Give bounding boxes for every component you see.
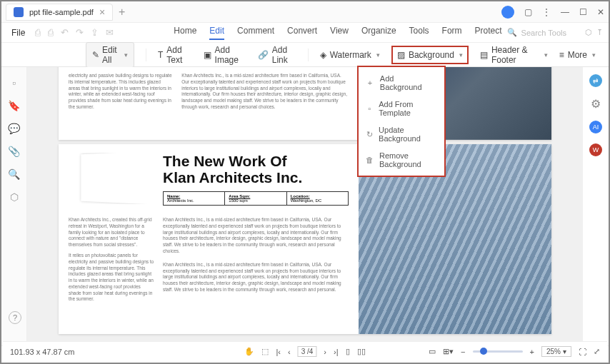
tab-organize[interactable]: Organize — [361, 26, 396, 40]
tab-home[interactable]: Home — [174, 26, 196, 40]
tab-form[interactable]: Form — [442, 26, 462, 40]
pencil-icon: ✎ — [92, 50, 99, 60]
first-page-icon[interactable]: |‹ — [276, 348, 281, 356]
share-icon[interactable]: ⇪ — [91, 27, 99, 38]
thumbnails-icon[interactable]: ▫ — [12, 77, 16, 89]
tab-tools[interactable]: Tools — [409, 26, 429, 40]
menu-icon[interactable]: ⋮ — [542, 7, 551, 17]
add-text-button[interactable]: T Add Text — [158, 45, 192, 65]
tab-convert[interactable]: Convert — [287, 26, 317, 40]
minimize-icon[interactable]: — — [561, 7, 569, 17]
menubar: File ⎙ ⎙ ↶ ↷ ⇪ ✉ Home Edit Comment Conve… — [1, 23, 609, 43]
document-canvas[interactable]: electricity and passive building designs… — [27, 67, 583, 345]
search-panel-icon[interactable]: 🔍 — [8, 168, 20, 180]
read-mode-icon[interactable]: ▭ — [429, 347, 436, 356]
fit-width-icon[interactable]: ⛶ — [579, 348, 586, 356]
update-background-item[interactable]: ↻ Update Background — [359, 121, 444, 147]
undo-icon[interactable]: ↶ — [61, 27, 69, 38]
header-footer-button[interactable]: ▤ Header & Footer ▾ — [480, 45, 548, 65]
app-icon — [14, 7, 24, 17]
fit-page-icon[interactable]: ⊞▾ — [443, 347, 454, 356]
plus-icon: + — [366, 79, 374, 87]
file-menu[interactable]: File — [7, 28, 29, 38]
prev-page-icon[interactable]: ‹ — [288, 348, 291, 356]
last-page-icon[interactable]: ›| — [334, 348, 339, 356]
add-link-button[interactable]: 🔗 Add Link — [258, 45, 296, 65]
document-tab[interactable]: ppt file-sample.pdf × — [6, 4, 113, 21]
fullscreen-icon[interactable]: ⤢ — [594, 347, 600, 356]
text-block: Khan Architects Inc., created this off-g… — [69, 217, 154, 248]
edit-ribbon: ✎ Edit All ▾ T Add Text ▣ Add Image 🔗 Ad… — [1, 43, 609, 67]
chevron-down-icon: ▾ — [592, 51, 596, 59]
image-icon: ▣ — [204, 50, 211, 60]
text-block: It relies on photovoltaic panels for ele… — [69, 253, 154, 303]
more-button[interactable]: ≡ More ▾ — [559, 50, 596, 60]
open-icon[interactable]: ⎙ — [35, 27, 41, 38]
single-page-icon[interactable]: ▯ — [346, 347, 350, 356]
new-tab-button[interactable]: + — [119, 6, 125, 19]
comments-icon[interactable]: 💬 — [8, 123, 20, 134]
ai-icon[interactable]: AI — [589, 121, 602, 133]
upload-icon[interactable]: ⤒ — [596, 28, 603, 37]
word-icon[interactable]: W — [589, 143, 602, 156]
user-avatar[interactable] — [501, 6, 514, 19]
close-window-icon[interactable]: ✕ — [597, 7, 604, 17]
attachments-icon[interactable]: 📎 — [8, 146, 20, 157]
text-column: Khan Architects Inc., is a mid-sized arc… — [181, 73, 349, 131]
text-icon: T — [158, 50, 163, 60]
tab-comment[interactable]: Comment — [237, 26, 274, 40]
maximize-icon[interactable]: ☐ — [579, 7, 587, 17]
add-image-button[interactable]: ▣ Add Image — [204, 45, 246, 65]
two-page-icon[interactable]: ▯▯ — [357, 347, 366, 356]
help-icon[interactable]: ? — [9, 311, 21, 324]
text-block: Khan Architects Inc., is a mid-sized arc… — [163, 217, 349, 255]
next-page-icon[interactable]: › — [324, 348, 326, 356]
mail-icon[interactable]: ✉ — [106, 27, 114, 38]
settings-icon[interactable]: ⚙ — [591, 97, 601, 111]
pdf-page: The New Work Of Klan Architects Inc. Nam… — [59, 144, 551, 334]
page-number-input[interactable]: 3 /4 — [298, 346, 317, 357]
tab-edit[interactable]: Edit — [209, 26, 224, 40]
translate-icon[interactable]: ⇄ — [589, 74, 602, 87]
remove-background-item[interactable]: 🗑 Remove Background — [359, 147, 444, 173]
watermark-icon: ◈ — [320, 50, 326, 60]
tab-view[interactable]: View — [330, 26, 349, 40]
zoom-out-icon[interactable]: − — [461, 348, 465, 356]
redo-icon[interactable]: ↷ — [76, 27, 84, 38]
message-icon[interactable]: ▢ — [524, 7, 532, 17]
left-sidebar: ▫ 🔖 💬 📎 🔍 ⬡ — [1, 67, 27, 345]
cloud-icon[interactable]: ⬡ — [585, 28, 592, 37]
text-column: electricity and passive building designs… — [69, 73, 173, 131]
close-tab-icon[interactable]: × — [99, 6, 105, 18]
zoom-slider[interactable] — [473, 350, 523, 353]
zoom-in-icon[interactable]: + — [530, 348, 534, 356]
background-icon: ▨ — [397, 50, 405, 60]
tab-title: ppt file-sample.pdf — [29, 8, 94, 16]
info-table: Name:Architects Inc. Area Sqm:1500 sqm L… — [163, 191, 349, 206]
zoom-level[interactable]: 25%▾ — [541, 346, 571, 357]
chevron-down-icon: ▾ — [459, 51, 463, 59]
right-sidebar: ⇄ ⚙ AI W — [583, 67, 609, 345]
watermark-button[interactable]: ◈ Watermark ▾ — [320, 50, 380, 60]
link-icon: 🔗 — [258, 50, 269, 60]
chevron-down-icon: ▾ — [544, 51, 548, 59]
bookmarks-icon[interactable]: 🔖 — [8, 100, 20, 111]
edit-all-button[interactable]: ✎ Edit All ▾ — [86, 42, 134, 68]
select-tool-icon[interactable]: ⬚ — [261, 347, 269, 356]
hand-tool-icon[interactable]: ✋ — [244, 347, 254, 356]
fields-icon[interactable]: ⬡ — [10, 191, 19, 203]
add-from-template-item[interactable]: ▫ Add From Template — [359, 96, 444, 121]
titlebar: ppt file-sample.pdf × + ▢ ⋮ — ☐ ✕ — [1, 1, 609, 23]
print-icon[interactable]: ⎙ — [48, 27, 54, 38]
building-thumbnail — [81, 153, 154, 204]
search-icon: 🔍 — [507, 28, 517, 37]
search-input[interactable]: Search Tools — [521, 29, 566, 37]
main-tabs: Home Edit Comment Convert View Organize … — [174, 26, 501, 40]
chevron-down-icon: ▾ — [376, 51, 380, 59]
chevron-down-icon: ▾ — [124, 51, 128, 59]
background-button[interactable]: ▨ Background ▾ — [391, 46, 469, 64]
text-block: Khan Architects Inc., is a mid-sized arc… — [163, 262, 349, 293]
tab-protect[interactable]: Protect — [475, 26, 502, 40]
more-icon: ≡ — [559, 50, 564, 60]
add-background-item[interactable]: + Add Background — [359, 70, 444, 96]
